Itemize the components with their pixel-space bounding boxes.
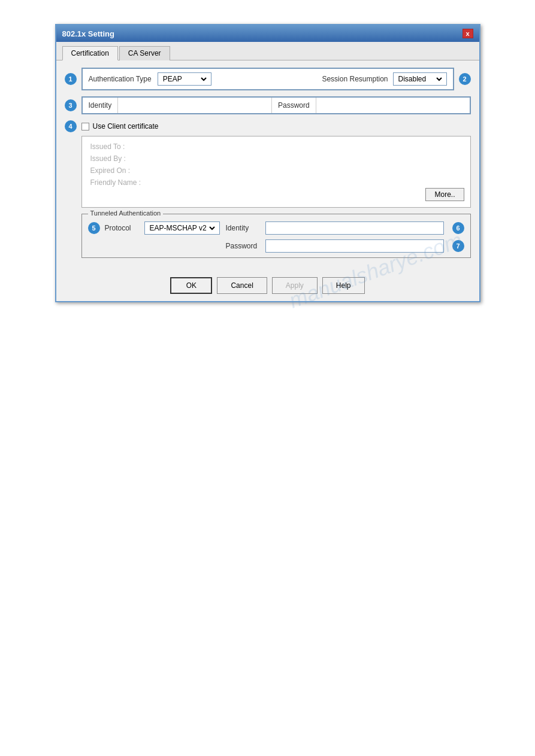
tunneled-legend: Tunneled Authentication — [88, 210, 164, 217]
client-cert-row: 4 Use Client certificate — [65, 120, 471, 132]
badge-3: 3 — [65, 99, 77, 111]
badge-6: 6 — [452, 222, 464, 234]
issued-to: Issued To : — [90, 142, 462, 151]
protocol-select-wrapper: EAP-MSCHAP v2 EAP-GTC EAP-OTP — [144, 221, 220, 235]
dialog: 802.1x Setting x Certification CA Server… — [55, 24, 480, 302]
tabs-row: Certification CA Server — [56, 42, 479, 60]
badge-7: 7 — [452, 240, 464, 252]
tab-ca-server[interactable]: CA Server — [119, 46, 170, 60]
session-label: Session Resumption — [322, 75, 388, 83]
tunneled-right: Identity 6 Password 7 — [226, 221, 464, 253]
help-button[interactable]: Help — [322, 277, 365, 294]
use-client-cert-checkbox[interactable] — [81, 123, 89, 130]
badge-5: 5 — [88, 222, 100, 234]
tunneled-password-label: Password — [226, 242, 262, 250]
protocol-row: 5 Protocol EAP-MSCHAP v2 EAP-GTC EAP-OTP — [88, 221, 220, 235]
use-client-cert-row: Use Client certificate — [81, 122, 159, 130]
identity-row: Identity Password — [81, 96, 471, 114]
more-button[interactable]: More.. — [425, 188, 464, 201]
dialog-title: 802.1x Setting — [62, 29, 114, 38]
tunneled-password-input[interactable] — [265, 239, 444, 253]
auth-type-row: 1 Authentication Type PEAP TTLS TLS S — [65, 68, 471, 90]
close-button[interactable]: x — [463, 29, 473, 38]
tunneled-identity-row: Identity 6 — [226, 221, 464, 235]
identity-row-wrapper: 3 Identity Password — [65, 96, 471, 114]
tunneled-identity-input[interactable] — [265, 221, 444, 235]
expired-on: Expired On : — [90, 166, 462, 175]
badge-4: 4 — [65, 120, 77, 132]
apply-button[interactable]: Apply — [272, 277, 318, 294]
title-bar: 802.1x Setting x — [56, 25, 479, 42]
auth-type-select[interactable]: PEAP TTLS TLS — [161, 74, 208, 84]
dialog-content: 1 Authentication Type PEAP TTLS TLS S — [56, 60, 479, 271]
badge-1: 1 — [65, 73, 77, 85]
identity-password-input[interactable] — [316, 98, 470, 113]
ok-button[interactable]: OK — [170, 277, 212, 294]
cert-panel: Issued To : Issued By : Expired On : Fri… — [81, 136, 471, 208]
session-select[interactable]: Disabled Enabled — [396, 74, 444, 84]
tunneled-group: Tunneled Authentication 5 Protocol EAP-M… — [81, 214, 471, 258]
buttons-row: OK Cancel Apply Help — [56, 271, 479, 301]
auth-type-box: Authentication Type PEAP TTLS TLS Sessio… — [81, 68, 454, 90]
page-wrapper: 802.1x Setting x Certification CA Server… — [12, 24, 523, 302]
issued-by: Issued By : — [90, 154, 462, 163]
auth-type-select-wrapper: PEAP TTLS TLS — [158, 72, 211, 86]
friendly-name: Friendly Name : — [90, 178, 462, 187]
cancel-button[interactable]: Cancel — [217, 277, 267, 294]
identity-label: Identity — [83, 98, 119, 113]
password-label: Password — [271, 98, 316, 113]
auth-type-label: Authentication Type — [89, 75, 152, 83]
session-group: Session Resumption Disabled Enabled — [322, 72, 446, 86]
use-client-cert-label: Use Client certificate — [93, 122, 159, 130]
session-select-wrapper: Disabled Enabled — [393, 72, 447, 86]
tunneled-identity-label: Identity — [226, 224, 262, 232]
tunneled-password-row: Password 7 — [226, 239, 464, 253]
identity-input[interactable] — [118, 98, 271, 113]
protocol-label: Protocol — [105, 224, 141, 232]
tab-certification[interactable]: Certification — [62, 46, 118, 60]
badge-2: 2 — [459, 73, 471, 85]
protocol-select[interactable]: EAP-MSCHAP v2 EAP-GTC EAP-OTP — [147, 223, 217, 233]
